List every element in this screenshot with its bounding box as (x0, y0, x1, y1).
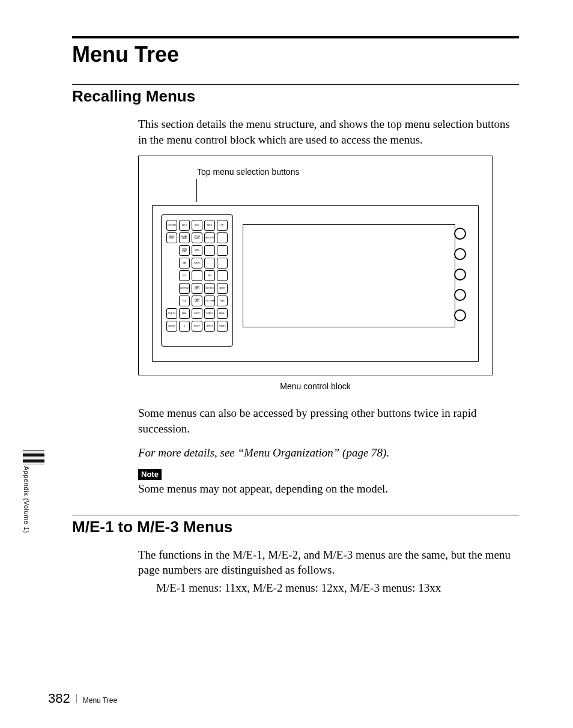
menu-button: ENGR 5 (166, 321, 177, 332)
figure-caption: Menu control block (138, 381, 493, 391)
ornament-lines (23, 450, 44, 464)
menu-button: KEY REC (204, 283, 215, 294)
page-number: 382 (48, 691, 70, 706)
section-heading-me-menus: M/E-1 to M/E-3 Menus (72, 518, 519, 536)
menu-button: COLOR BKGD (192, 232, 202, 243)
menu-button: M/E 2 (192, 220, 202, 231)
menu-button: SAMP MNU (192, 296, 202, 306)
figure-knob-column (454, 228, 466, 321)
menu-button: ENAB 4 (217, 308, 228, 319)
menu-button: DIAG (217, 296, 228, 306)
page-footer: 382 Menu Tree (48, 691, 117, 706)
menu-button: M/E 3 (204, 220, 215, 231)
knob-icon (454, 248, 466, 260)
menu-button: SHOT 2 (192, 308, 202, 319)
side-vertical-label: Appendix (Volume 1) (23, 466, 30, 533)
menu-button: EXT GNTL (166, 220, 177, 231)
menu-button: SHOT 8 (204, 321, 215, 332)
menu-button (217, 270, 228, 281)
paragraph-cross-reference: For more details, see “Menu Organization… (138, 445, 519, 461)
menu-button: COMP 3 (204, 308, 215, 319)
page: Menu Tree Recalling Menus This section d… (0, 0, 573, 728)
menu-button: SHOT 7 (192, 321, 202, 332)
section-me-menus: M/E-1 to M/E-3 Menus The functions in th… (72, 515, 519, 596)
menu-button: SNAP SHOT (192, 283, 202, 294)
footer-section-title: Menu Tree (83, 696, 117, 705)
knob-icon (454, 309, 466, 321)
figure-menu-control-block: Top menu selection buttons EXT GNTL M/E … (138, 156, 493, 375)
figure-leader-line (196, 179, 197, 202)
menu-button: M/E 1 (179, 220, 190, 231)
paragraph-rapid-succession: Some menus can also be accessed by press… (138, 405, 519, 436)
menu-button: P/P (217, 220, 228, 231)
menu-button (192, 270, 202, 281)
paragraph-me-explain: The functions in the M/E-1, M/E-2, and M… (138, 547, 519, 578)
paragraph-me-numbers: M/E-1 menus: 11xx, M/E-2 menus: 12xx, M/… (156, 580, 519, 596)
menu-button: STS (179, 270, 190, 281)
intro-paragraph: This section details the menu structure,… (138, 117, 519, 147)
knob-icon (454, 228, 466, 240)
note-text: Some menus may not appear, depending on … (138, 481, 519, 497)
button-grid-panel: EXT GNTL M/E 1 M/E 2 M/E 3 P/P MENU COPY… (161, 214, 233, 347)
button-grid: EXT GNTL M/E 1 M/E 2 M/E 3 P/P MENU COPY… (166, 220, 228, 344)
menu-button (204, 245, 215, 256)
section-rule-2 (72, 515, 519, 515)
menu-button (217, 258, 228, 268)
menu-button: PANL (179, 308, 190, 319)
figure-inner-frame: EXT GNTL M/E 1 M/E 2 M/E 3 P/P MENU COPY… (152, 205, 479, 362)
side-ornament: Appendix (Volume 1) (23, 450, 44, 533)
note-block: Note (138, 469, 519, 480)
menu-button (204, 258, 215, 268)
menu-button (217, 245, 228, 256)
figure-screen (243, 224, 455, 327)
knob-icon (454, 289, 466, 301)
menu-button: DME (179, 258, 190, 268)
menu-button: KEY PGM (179, 283, 190, 294)
note-label: Note (138, 469, 162, 480)
title-rule (72, 36, 519, 38)
menu-button: AUX MON (204, 232, 215, 243)
menu-button: UTIL OPER (204, 296, 215, 306)
menu-button: MCRO (217, 283, 228, 294)
menu-button (217, 232, 228, 243)
section-heading-recalling: Recalling Menus (72, 87, 519, 106)
menu-button: VIEW SNAP (179, 245, 190, 256)
menu-button: MENU COPY (166, 232, 177, 243)
figure-top-label: Top menu selection buttons (197, 167, 479, 177)
menu-button: FRAME MEM (179, 232, 190, 243)
menu-button: SUB FX (192, 258, 202, 268)
knob-icon (454, 268, 466, 281)
menu-button: PGM/ O/L (166, 308, 177, 319)
menu-button: 6 (179, 321, 190, 332)
section-rule-1 (72, 84, 519, 85)
footer-divider (76, 694, 77, 703)
menu-button: DEV (204, 270, 215, 281)
menu-button: MON (192, 245, 202, 256)
menu-button: ENGR 9 (217, 321, 228, 332)
page-title: Menu Tree (72, 42, 519, 67)
menu-button: FILE (179, 296, 190, 306)
